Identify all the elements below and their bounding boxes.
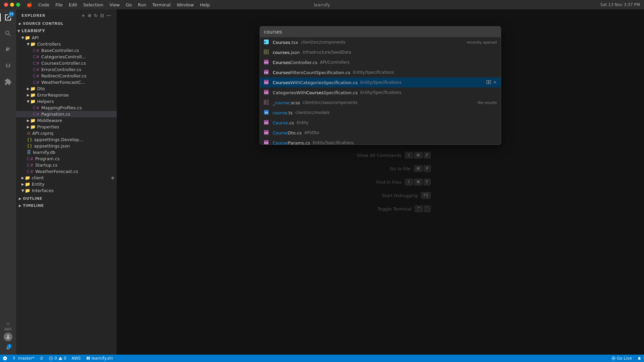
file-program[interactable]: C# Program.cs bbox=[16, 156, 117, 162]
palette-item-3[interactable]: C# CoursesController.cs API/Controllers bbox=[260, 57, 501, 67]
status-sync[interactable] bbox=[37, 355, 46, 362]
folder-api-chevron: ▼ bbox=[21, 36, 24, 40]
folder-client-chevron: ▶ bbox=[21, 176, 24, 180]
palette-item-7[interactable]: S _course.scss client/src/sass/component… bbox=[260, 98, 501, 108]
folder-entity[interactable]: ▶ 📁 Entity bbox=[16, 181, 117, 187]
palette-path-10: API/Dto bbox=[304, 130, 319, 135]
refresh-icon[interactable]: ↻ bbox=[94, 13, 98, 18]
palette-filename-1: Courses.tsx bbox=[273, 40, 298, 45]
menu-edit[interactable]: Edit bbox=[66, 2, 80, 8]
status-errors[interactable]: 0 0 bbox=[46, 355, 69, 362]
notification-icon[interactable]: 1 bbox=[4, 343, 12, 352]
menu-window[interactable]: Window bbox=[174, 2, 197, 8]
palette-item-10[interactable]: C# CourseDto.cs API/Dto bbox=[260, 128, 501, 138]
activity-source-control[interactable] bbox=[0, 42, 16, 58]
palette-item-1[interactable]: T Courses.tsx client/src/components rece… bbox=[260, 37, 501, 47]
traffic-lights[interactable] bbox=[4, 3, 20, 7]
remote-icon[interactable]: ◎ bbox=[7, 322, 10, 325]
folder-errorresponse[interactable]: ▶ 📁 ErrorResponse bbox=[16, 92, 117, 98]
menu-apple[interactable]: 🍎 bbox=[24, 2, 35, 8]
activity-search[interactable] bbox=[0, 25, 16, 42]
status-golive[interactable]: Go Live bbox=[609, 355, 635, 362]
palette-item-4[interactable]: C# CoursesFiltersCountSpecification.cs E… bbox=[260, 67, 501, 77]
file-weatherforecast[interactable]: C# WeatherForecast.cs bbox=[16, 168, 117, 175]
file-appsettings-dev[interactable]: {} appsettings.Develop... bbox=[16, 136, 117, 143]
folder-client-label: client bbox=[32, 175, 44, 180]
menu-selection[interactable]: Selection bbox=[80, 2, 106, 8]
file-pagination[interactable]: C# Pagination.cs bbox=[16, 111, 117, 117]
workspace-header[interactable]: ▼ LEARNIFY bbox=[16, 27, 117, 35]
json-icon: {} bbox=[27, 137, 33, 142]
outline-section[interactable]: ▶ OUTLINE bbox=[16, 195, 117, 202]
file-categoriescontroller[interactable]: C# CategoriesControll... bbox=[16, 54, 117, 60]
folder-controllers[interactable]: ▼ 📁 Controllers bbox=[16, 41, 117, 47]
file-apicsproj[interactable]: ⊙ API.csproj bbox=[16, 130, 117, 136]
close-palette-icon[interactable]: ✕ bbox=[493, 80, 497, 85]
folder-interfaces[interactable]: ▼ 📁 Interfaces bbox=[16, 187, 117, 194]
split-editor-icon[interactable] bbox=[486, 80, 491, 85]
menu-code[interactable]: Code bbox=[36, 2, 52, 8]
activity-explorer[interactable]: 19 bbox=[0, 9, 16, 25]
file-redirectcontroller[interactable]: C# RedirectController.cs bbox=[16, 73, 117, 79]
activity-debug[interactable] bbox=[0, 58, 16, 74]
menu-run[interactable]: Run bbox=[135, 2, 149, 8]
file-mappingprofiles[interactable]: C# MappingProfiles.cs bbox=[16, 105, 117, 111]
datetime: Sat 13 Nov 3:37 PM bbox=[600, 2, 640, 7]
file-learnifydb[interactable]: 🗄 learnify.db bbox=[16, 149, 117, 156]
file-weatherforecastcontroller[interactable]: C# WeatherForecastC... bbox=[16, 79, 117, 85]
status-notifications[interactable] bbox=[635, 355, 644, 362]
outline-label: OUTLINE bbox=[23, 196, 42, 201]
file-errorscontroller[interactable]: C# ErrorsController.cs bbox=[16, 66, 117, 73]
close-button[interactable] bbox=[4, 3, 8, 7]
folder-helpers-icon: 📁 bbox=[30, 99, 36, 104]
svg-text:C#: C# bbox=[264, 142, 268, 144]
folder-client[interactable]: ▶ 📁 client bbox=[16, 175, 117, 181]
palette-item-9[interactable]: C# Course.cs Entity bbox=[260, 118, 501, 128]
menu-terminal[interactable]: Terminal bbox=[150, 2, 173, 8]
maximize-button[interactable] bbox=[16, 3, 20, 7]
palette-item-11[interactable]: C# CourseParams.cs Entity/Specifications bbox=[260, 138, 501, 144]
palette-input-row[interactable] bbox=[260, 26, 501, 37]
more-actions-icon[interactable]: ⋯ bbox=[106, 13, 111, 18]
palette-search-input[interactable] bbox=[264, 29, 497, 35]
status-aws[interactable]: AWS bbox=[69, 355, 84, 362]
file-startup[interactable]: C# Startup.cs bbox=[16, 162, 117, 168]
palette-filename-6: CategoriesWithCoursesSpecification.cs bbox=[273, 90, 358, 95]
folder-middleware[interactable]: ▶ 📁 Middleware bbox=[16, 117, 117, 124]
file-coursescontroller[interactable]: C# CoursesController.cs bbox=[16, 60, 117, 66]
timeline-section[interactable]: ▶ TIMELINE bbox=[16, 202, 117, 209]
cs-file-icon-10: C# bbox=[264, 130, 270, 136]
source-control-section[interactable]: ▶ SOURCE CONTROL bbox=[16, 20, 117, 27]
status-branch[interactable]: master* bbox=[10, 355, 37, 362]
palette-item-6[interactable]: C# CategoriesWithCoursesSpecification.cs… bbox=[260, 87, 501, 98]
folder-properties[interactable]: ▶ 📁 Properties bbox=[16, 124, 117, 130]
file-appsettings[interactable]: {} appsettings.json bbox=[16, 143, 117, 149]
menu-go[interactable]: Go bbox=[123, 2, 135, 8]
palette-path-8: client/src/models bbox=[295, 110, 329, 115]
cs-file-icon-5: C# bbox=[264, 80, 270, 85]
file-basecontroller[interactable]: C# BaseController.cs bbox=[16, 47, 117, 54]
folder-dto[interactable]: ▶ 📁 Dto bbox=[16, 85, 117, 92]
minimize-button[interactable] bbox=[10, 3, 14, 7]
status-solution[interactable]: learnify.sln bbox=[84, 355, 116, 362]
status-remote[interactable] bbox=[0, 355, 10, 362]
folder-api[interactable]: ▼ 📁 API bbox=[16, 35, 117, 41]
palette-filename-4: CoursesFiltersCountSpecification.cs bbox=[273, 70, 350, 75]
timeline-label: TIMELINE bbox=[23, 203, 44, 208]
explorer-badge: 19 bbox=[9, 11, 14, 17]
palette-item-5[interactable]: C# CoursesWithCategoriesSpecification.cs… bbox=[260, 77, 501, 87]
collapse-icon[interactable]: ⊟ bbox=[100, 13, 104, 18]
workspace-chevron: ▼ bbox=[17, 29, 20, 33]
folder-errorresponse-chevron: ▶ bbox=[27, 93, 30, 97]
activity-extensions[interactable] bbox=[0, 74, 16, 90]
new-file-icon[interactable]: + bbox=[82, 13, 86, 18]
menu-file[interactable]: File bbox=[53, 2, 65, 8]
folder-helpers[interactable]: ▼ 📁 Helpers bbox=[16, 98, 117, 105]
account-avatar[interactable] bbox=[4, 333, 12, 341]
new-folder-icon[interactable]: ⊕ bbox=[88, 13, 92, 18]
palette-item-2[interactable]: {} courses.json Infrastructure/SeedData bbox=[260, 47, 501, 57]
cs-file-icon-6: C# bbox=[264, 90, 270, 96]
menu-help[interactable]: Help bbox=[197, 2, 213, 8]
palette-item-8[interactable]: TS course.ts client/src/models bbox=[260, 108, 501, 118]
menu-view[interactable]: View bbox=[107, 2, 122, 8]
